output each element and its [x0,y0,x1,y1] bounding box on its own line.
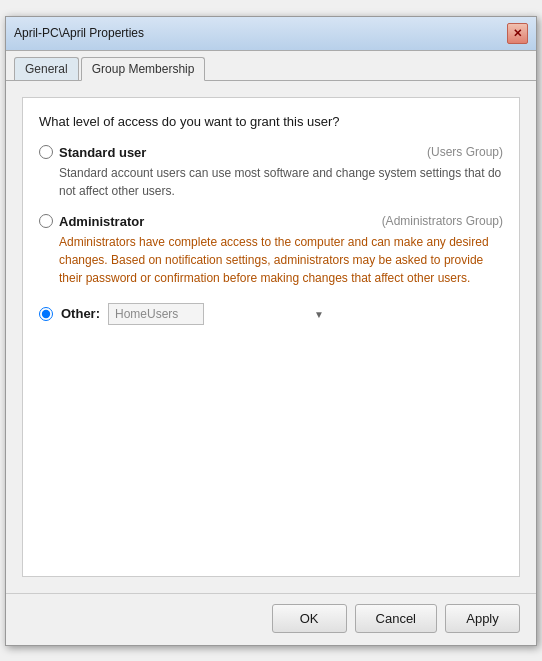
cancel-button[interactable]: Cancel [355,604,437,633]
tab-group-membership[interactable]: Group Membership [81,57,206,81]
properties-window: April-PC\April Properties ✕ General Grou… [5,16,537,646]
other-radio[interactable] [39,307,53,321]
other-group-select[interactable]: HomeUsers [108,303,204,325]
administrator-desc: Administrators have complete access to t… [59,233,503,287]
ok-button[interactable]: OK [272,604,347,633]
standard-user-section: Standard user (Users Group) Standard acc… [39,145,503,200]
title-bar: April-PC\April Properties ✕ [6,17,536,51]
standard-user-group: (Users Group) [427,145,503,159]
access-question: What level of access do you want to gran… [39,114,503,129]
other-label: Other: [61,306,100,321]
buttons-row: OK Cancel Apply [6,594,536,645]
standard-user-label: Standard user [59,145,146,160]
content-panel: What level of access do you want to gran… [22,97,520,577]
other-select-wrapper: HomeUsers ▼ [108,303,328,325]
tab-general[interactable]: General [14,57,79,80]
select-arrow-icon: ▼ [314,308,324,319]
standard-user-row: Standard user (Users Group) [39,145,503,160]
administrator-section: Administrator (Administrators Group) Adm… [39,214,503,287]
apply-button[interactable]: Apply [445,604,520,633]
administrator-group: (Administrators Group) [382,214,503,228]
other-section: Other: HomeUsers ▼ [39,303,503,325]
standard-user-radio[interactable] [39,145,53,159]
main-content: What level of access do you want to gran… [6,81,536,593]
administrator-row: Administrator (Administrators Group) [39,214,503,229]
window-title: April-PC\April Properties [14,26,144,40]
tabs-row: General Group Membership [6,51,536,81]
close-button[interactable]: ✕ [507,23,528,44]
standard-user-desc: Standard account users can use most soft… [59,164,503,200]
administrator-label: Administrator [59,214,144,229]
administrator-radio[interactable] [39,214,53,228]
